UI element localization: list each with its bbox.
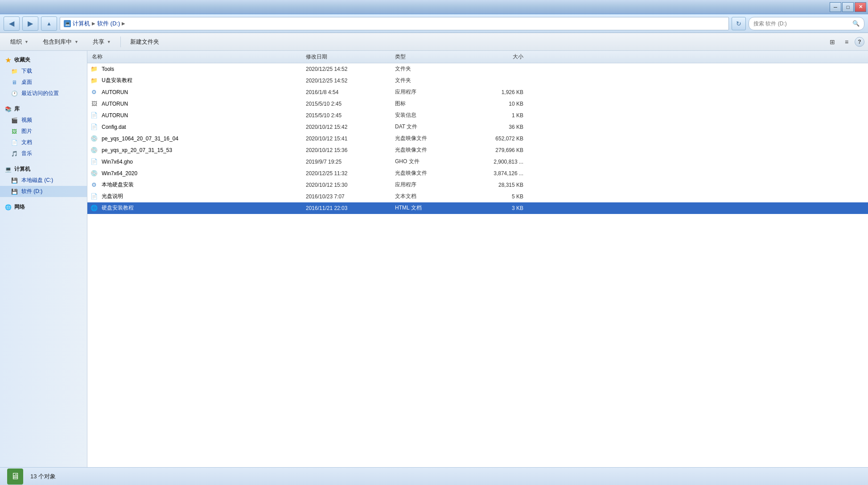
forward-button[interactable]: ▶ bbox=[22, 16, 38, 31]
sidebar-header-network[interactable]: 🌐 网络 bbox=[0, 201, 87, 213]
table-row[interactable]: 📁 U盘安装教程 2020/12/25 14:52 文件夹 bbox=[87, 75, 868, 86]
file-type-icon: 💿 bbox=[90, 169, 98, 177]
view-toggle-button[interactable]: ⊞ bbox=[826, 36, 839, 48]
sidebar-header-computer[interactable]: 💻 计算机 bbox=[0, 164, 87, 175]
file-type-icon: 📁 bbox=[90, 77, 98, 85]
file-size-cell: 3 KB bbox=[464, 205, 526, 211]
sidebar-item-downloads-label: 下载 bbox=[21, 67, 32, 75]
sidebar-network-label: 网络 bbox=[14, 203, 25, 211]
table-row[interactable]: 📄 光盘说明 2016/10/23 7:07 文本文档 5 KB bbox=[87, 191, 868, 202]
help-button[interactable]: ? bbox=[855, 37, 864, 47]
table-row[interactable]: 🌐 硬盘安装教程 2016/11/21 22:03 HTML 文档 3 KB bbox=[87, 202, 868, 214]
title-bar: ─ □ ✕ bbox=[0, 0, 868, 14]
sidebar-section-network: 🌐 网络 bbox=[0, 201, 87, 213]
table-row[interactable]: 💿 pe_yqs_xp_20_07_31_15_53 2020/10/12 15… bbox=[87, 144, 868, 156]
include-library-button[interactable]: 包含到库中 ▼ bbox=[36, 35, 85, 49]
star-icon: ★ bbox=[4, 57, 12, 64]
col-header-size[interactable]: 大小 bbox=[464, 53, 526, 61]
search-icon[interactable]: 🔍 bbox=[852, 20, 860, 27]
file-type-icon: ⚙ bbox=[90, 88, 98, 96]
organize-button[interactable]: 组织 ▼ bbox=[4, 35, 35, 49]
file-type-cell: GHO 文件 bbox=[392, 158, 464, 165]
file-name-label: 硬盘安装教程 bbox=[102, 204, 134, 212]
file-name-label: U盘安装教程 bbox=[102, 77, 132, 84]
col-header-type[interactable]: 类型 bbox=[392, 53, 464, 61]
back-button[interactable]: ◀ bbox=[4, 16, 20, 31]
view-details-button[interactable]: ≡ bbox=[840, 36, 853, 48]
file-size-cell: 36 KB bbox=[464, 124, 526, 130]
file-type-cell: 文本文档 bbox=[392, 193, 464, 200]
sidebar-item-recent[interactable]: 🕐 最近访问的位置 bbox=[0, 88, 87, 99]
toolbar-separator bbox=[120, 37, 121, 47]
sidebar-header-favorites[interactable]: ★ 收藏夹 bbox=[0, 54, 87, 66]
table-row[interactable]: 📄 Config.dat 2020/10/12 15:42 DAT 文件 36 … bbox=[87, 121, 868, 133]
file-date-cell: 2020/10/12 15:30 bbox=[303, 182, 392, 188]
network-icon: 🌐 bbox=[4, 204, 12, 211]
sidebar-item-video[interactable]: 🎬 视频 bbox=[0, 115, 87, 126]
address-bar: ◀ ▶ ▲ 💻 计算机 ▶ 软件 (D:) ▶ ↻ 🔍 bbox=[0, 14, 868, 33]
file-size-cell: 10 KB bbox=[464, 101, 526, 107]
search-bar[interactable]: 🔍 bbox=[749, 17, 864, 30]
image-icon: 🖼 bbox=[11, 128, 18, 135]
new-folder-button[interactable]: 新建文件夹 bbox=[123, 35, 166, 49]
table-row[interactable]: 💿 pe_yqs_1064_20_07_31_16_04 2020/10/12 … bbox=[87, 133, 868, 144]
file-date-cell: 2020/12/25 14:52 bbox=[303, 66, 392, 72]
file-name-cell: 💿 pe_yqs_xp_20_07_31_15_53 bbox=[89, 146, 303, 154]
library-icon: 📚 bbox=[4, 106, 12, 113]
breadcrumb-drive[interactable]: 软件 (D:) bbox=[97, 20, 120, 28]
up-button[interactable]: ▲ bbox=[41, 16, 57, 31]
drive-c-icon: 💾 bbox=[11, 177, 18, 184]
file-type-cell: 文件夹 bbox=[392, 65, 464, 73]
table-row[interactable]: ⚙ AUTORUN 2016/1/8 4:54 应用程序 1,926 KB bbox=[87, 86, 868, 98]
sidebar-item-drive-d[interactable]: 💾 软件 (D:) bbox=[0, 186, 87, 197]
file-size-cell: 5 KB bbox=[464, 193, 526, 200]
file-date-cell: 2020/10/12 15:41 bbox=[303, 136, 392, 142]
search-input[interactable] bbox=[753, 21, 850, 27]
file-type-cell: 图标 bbox=[392, 100, 464, 107]
sidebar-item-downloads[interactable]: 📁 下载 bbox=[0, 66, 87, 77]
file-name-label: pe_yqs_1064_20_07_31_16_04 bbox=[102, 136, 178, 142]
maximize-button[interactable]: □ bbox=[842, 2, 854, 12]
col-header-name[interactable]: 名称 bbox=[89, 53, 303, 61]
share-label: 共享 bbox=[93, 38, 104, 46]
sidebar-header-library[interactable]: 📚 库 bbox=[0, 103, 87, 115]
file-size-cell: 279,696 KB bbox=[464, 147, 526, 153]
table-row[interactable]: 📁 Tools 2020/12/25 14:52 文件夹 bbox=[87, 63, 868, 75]
sidebar-item-desktop[interactable]: 🖥 桌面 bbox=[0, 77, 87, 88]
table-row[interactable]: 💿 Win7x64_2020 2020/12/25 11:32 光盘映像文件 3… bbox=[87, 168, 868, 179]
include-library-label: 包含到库中 bbox=[43, 38, 72, 46]
refresh-button[interactable]: ↻ bbox=[732, 17, 746, 30]
sidebar-item-doc[interactable]: 📄 文档 bbox=[0, 137, 87, 148]
file-type-cell: HTML 文档 bbox=[392, 204, 464, 212]
close-button[interactable]: ✕ bbox=[855, 2, 866, 12]
file-type-cell: DAT 文件 bbox=[392, 123, 464, 131]
organize-label: 组织 bbox=[10, 38, 22, 46]
share-button[interactable]: 共享 ▼ bbox=[86, 35, 118, 49]
sidebar-favorites-label: 收藏夹 bbox=[14, 56, 30, 64]
file-type-icon: ⚙ bbox=[90, 181, 98, 189]
table-row[interactable]: 🖼 AUTORUN 2015/5/10 2:45 图标 10 KB bbox=[87, 98, 868, 110]
breadcrumb-sep-2: ▶ bbox=[122, 21, 125, 26]
file-name-label: AUTORUN bbox=[102, 101, 128, 107]
file-date-cell: 2016/1/8 4:54 bbox=[303, 89, 392, 95]
table-row[interactable]: ⚙ 本地硬盘安装 2020/10/12 15:30 应用程序 28,315 KB bbox=[87, 179, 868, 191]
breadcrumb-computer[interactable]: 计算机 bbox=[73, 20, 90, 28]
file-type-icon: 💿 bbox=[90, 135, 98, 143]
main-layout: ★ 收藏夹 📁 下载 🖥 桌面 🕐 最近访问的位置 📚 库 � bbox=[0, 51, 868, 467]
sidebar-item-drive-c[interactable]: 💾 本地磁盘 (C:) bbox=[0, 175, 87, 186]
file-name-cell: ⚙ 本地硬盘安装 bbox=[89, 181, 303, 189]
file-type-cell: 应用程序 bbox=[392, 181, 464, 189]
table-row[interactable]: 📄 AUTORUN 2015/5/10 2:45 安装信息 1 KB bbox=[87, 110, 868, 121]
share-dropdown-icon: ▼ bbox=[107, 40, 111, 44]
minimize-button[interactable]: ─ bbox=[830, 2, 841, 12]
file-type-icon: 🖼 bbox=[90, 100, 98, 108]
organize-dropdown-icon: ▼ bbox=[25, 40, 29, 44]
sidebar-item-music[interactable]: 🎵 音乐 bbox=[0, 148, 87, 159]
file-date-cell: 2020/10/12 15:42 bbox=[303, 124, 392, 130]
col-header-date[interactable]: 修改日期 bbox=[303, 53, 392, 61]
file-size-cell: 1,926 KB bbox=[464, 89, 526, 95]
toolbar-right: ⊞ ≡ ? bbox=[826, 36, 864, 48]
table-row[interactable]: 📄 Win7x64.gho 2019/9/7 19:25 GHO 文件 2,90… bbox=[87, 156, 868, 168]
file-type-cell: 光盘映像文件 bbox=[392, 146, 464, 154]
sidebar-item-image[interactable]: 🖼 图片 bbox=[0, 126, 87, 137]
